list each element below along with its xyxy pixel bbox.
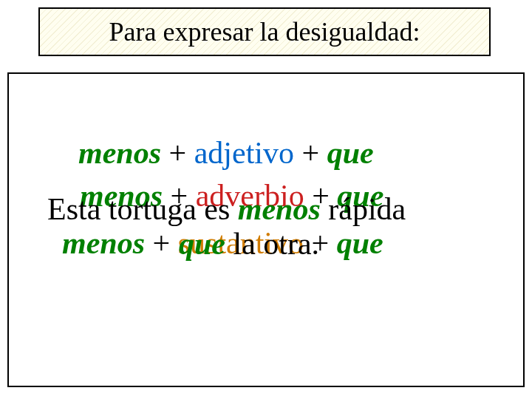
keyword-que: que [179, 227, 225, 261]
keyword-que: que [337, 226, 383, 260]
word-adjetivo: adjetivo [194, 136, 294, 170]
example-pre: Esta tortuga es [47, 192, 238, 226]
formula-adjetivo: menos + adjetivo + que [78, 136, 374, 170]
content-box: menos + adjetivo + que menos + adverbio … [7, 72, 525, 387]
keyword-que: que [327, 136, 374, 170]
keyword-menos: menos [78, 136, 169, 170]
title-box: Para expresar la desigualdad: [38, 7, 491, 56]
keyword-menos: menos [238, 192, 321, 226]
slide-title: Para expresar la desigualdad: [109, 16, 420, 47]
example-post: rápida [321, 192, 406, 226]
plus-sign: + [169, 136, 194, 170]
example-post: la otra. [225, 227, 319, 261]
plus-sign: + [294, 136, 327, 170]
plus-sign: + [145, 226, 178, 260]
example-sentence-part2: que la otra. [179, 227, 319, 261]
example-sentence-part1: Esta tortuga es menos rápida [47, 192, 406, 226]
keyword-menos: menos [62, 226, 145, 260]
